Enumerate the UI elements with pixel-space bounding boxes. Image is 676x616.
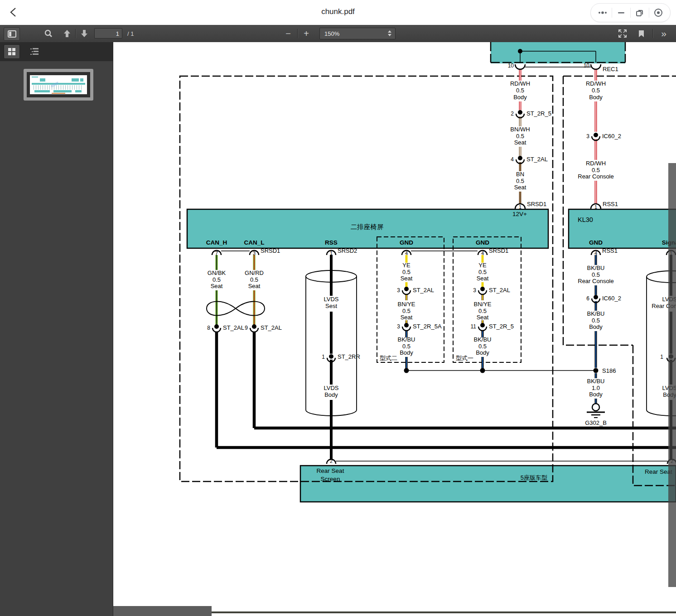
wire-label: Seat	[477, 314, 489, 321]
presentation-mode-icon[interactable]	[615, 27, 630, 40]
pin-number: 3	[253, 250, 256, 256]
wire-label: 0.5	[402, 308, 410, 314]
more-tools-chevrons[interactable]: »	[656, 27, 671, 40]
wire-label: RD/WH	[586, 80, 606, 87]
wire-label: LVDS	[324, 296, 339, 303]
pin-number: 1	[660, 354, 663, 360]
pin-number: 3	[586, 133, 589, 140]
pin-number: 4	[594, 250, 597, 256]
restore-window-icon[interactable]	[631, 5, 649, 20]
block-corner-label: 12V+	[512, 211, 527, 217]
ground-symbol	[587, 404, 605, 418]
pin-number: 6	[586, 295, 589, 302]
block-title: 二排座椅屏	[351, 223, 384, 231]
wire-label: YE	[402, 262, 410, 269]
sidebar-toggle-button[interactable]	[4, 27, 20, 41]
splice-label: S186	[602, 367, 616, 374]
pin-number: 3	[397, 287, 400, 294]
connector-name: ST_2AL	[223, 324, 244, 331]
thumbnails-view-button[interactable]	[4, 44, 20, 59]
next-page-icon[interactable]	[78, 27, 91, 40]
block-title: KL30	[578, 216, 593, 223]
minimize-icon[interactable]	[612, 5, 630, 20]
connector-name: RSS1	[602, 247, 618, 254]
wire-label: 0.5	[402, 343, 410, 350]
ground-label: G302_B	[585, 419, 607, 426]
wire-label: 0.5	[592, 87, 600, 94]
wire-label: Seat	[477, 275, 489, 282]
wire-label: Seat	[401, 314, 413, 321]
window-titlebar: chunk.pdf	[0, 0, 676, 25]
pin-number: 10	[584, 63, 590, 69]
wire-label: LVDS	[324, 385, 339, 391]
twisted-pair-symbol	[207, 302, 265, 316]
zoom-out-button[interactable]: −	[282, 27, 295, 40]
wire-label: Seat	[211, 283, 223, 289]
pin-number: 9	[245, 325, 248, 331]
connector-name: ST_2AL	[526, 156, 548, 163]
wire-label: 0.5	[478, 269, 487, 275]
wire-label: Body	[513, 94, 527, 101]
zoom-select[interactable]: 150%	[319, 28, 396, 39]
wire-label: RD/WH	[510, 80, 530, 87]
pin-number: 3	[473, 287, 476, 294]
wire-label: 0.5	[592, 167, 600, 173]
horizontal-scrollbar-thumb[interactable]	[113, 606, 212, 616]
wire-label: BK/BU	[473, 336, 491, 343]
search-icon[interactable]	[42, 27, 55, 40]
wire-label: 0.5	[402, 269, 410, 275]
wire-label: 0.5	[478, 308, 487, 314]
pin-number: 1	[330, 250, 333, 256]
connector-name: IC60_2	[602, 295, 621, 302]
bookmark-icon[interactable]	[634, 27, 648, 40]
pin-number: 1	[322, 354, 325, 360]
wire-label: 0.5	[592, 317, 600, 324]
thumbnails-sidebar: ////////	[0, 42, 113, 616]
port-label: GND	[476, 239, 489, 246]
page-bottom-edge	[148, 611, 676, 613]
bottom-rear-seat-screen-block: Rear Seat Screen Rear Seat	[300, 466, 676, 502]
wire-label: BK/BU	[587, 310, 604, 317]
page-thumbnail[interactable]: ////////	[24, 69, 93, 101]
zoom-in-button[interactable]: +	[300, 27, 313, 40]
wire-label: BN/YE	[473, 301, 491, 308]
wire-label: 0.5	[592, 271, 600, 278]
top-connector-block	[491, 42, 625, 63]
wire-label: 0.5	[478, 343, 487, 350]
more-options-icon[interactable]	[594, 5, 612, 20]
sidebar-view-switcher	[0, 42, 113, 61]
wire-label: Body	[589, 323, 603, 330]
toolbar-separator	[652, 29, 653, 38]
previous-page-icon[interactable]	[61, 27, 73, 40]
pdf-page-canvas[interactable]: 二排座椅屏 12V+ CAN_H CAN_L RSS GND GND KL30 …	[113, 42, 676, 616]
wire-label: GN/BK	[208, 270, 226, 276]
connector-name: RSS1	[603, 201, 618, 207]
variant-label: 型式二	[380, 355, 397, 361]
rear-seat-screen-block: 二排座椅屏 12V+ CAN_H CAN_L RSS GND GND	[187, 209, 548, 248]
connector-name: ST_2AL	[261, 324, 282, 331]
pin-number: 3	[397, 323, 400, 330]
vertical-scrollbar-thumb[interactable]	[668, 163, 676, 587]
wire-label: Sest	[325, 303, 337, 309]
wire-label: Seat	[248, 283, 261, 289]
port-label: CAN_L	[244, 239, 264, 246]
connector-name: ST_2R_5	[526, 110, 551, 117]
connector-name: SRSD2	[338, 247, 357, 254]
port-label: GND	[589, 239, 603, 246]
diagram-labels: 10 10 REC1 RD/WH 0.5 Body 2 ST_2R_5 BN/W…	[207, 63, 676, 464]
toolbar-separator	[297, 29, 298, 38]
wire-label: 0.5	[250, 276, 258, 283]
wire-label: BK/BU	[587, 265, 604, 271]
port-label: GND	[400, 239, 413, 246]
wire-label: Body	[589, 391, 603, 398]
wiring-diagram: 二排座椅屏 12V+ CAN_H CAN_L RSS GND GND KL30 …	[113, 42, 676, 616]
pins-and-connectors	[212, 64, 676, 464]
page-number-input[interactable]: 1	[94, 28, 122, 38]
record-target-icon[interactable]	[649, 5, 667, 20]
connector-name: ST_2RR	[338, 353, 360, 360]
pdf-toolbar: 1 / 1 − + 150% »	[0, 25, 676, 43]
outline-view-button[interactable]	[26, 44, 43, 59]
wire-label: BK/BU	[587, 378, 604, 385]
connector-name: IC60_2	[602, 133, 621, 140]
zoom-value: 150%	[324, 30, 339, 37]
